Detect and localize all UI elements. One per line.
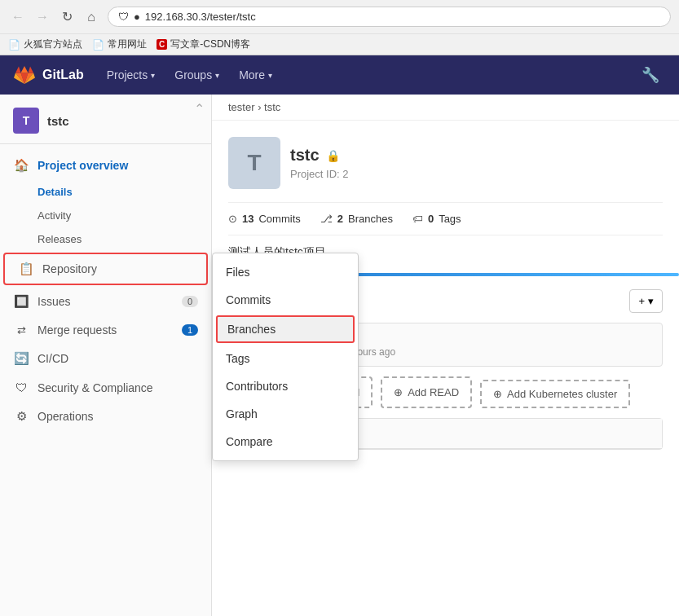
add-readme-label: Add READ <box>408 386 459 398</box>
bookmark-icon: 📄 <box>8 39 20 51</box>
project-big-avatar: T <box>228 137 280 189</box>
add-icon: + <box>638 295 645 307</box>
nav-projects-label: Projects <box>107 68 148 81</box>
breadcrumb-part1: tester <box>228 101 255 113</box>
gitlab-logo[interactable]: GitLab <box>13 64 84 86</box>
tags-label: Tags <box>439 213 461 225</box>
back-button[interactable]: ← <box>8 7 28 27</box>
branches-stat: ⎇ 2 Branches <box>320 213 393 225</box>
browser-chrome: ← → ↻ ⌂ 🛡 ● 192.168.30.3/tester/tstc 📄 火… <box>0 0 679 55</box>
sidebar-item-merge-requests[interactable]: ⇄ Merge requests 1 <box>0 316 211 344</box>
plus-icon: ⊕ <box>394 386 403 398</box>
lock-icon: ● <box>134 11 140 23</box>
dropdown-contributors[interactable]: Contributors <box>213 372 358 400</box>
add-kubernetes-button[interactable]: ⊕ Add Kubernetes cluster <box>480 380 630 408</box>
sidebar-item-label: Repository <box>42 262 97 275</box>
sidebar-item-label: Operations <box>37 410 93 423</box>
sidebar: ⌃ T tstc 🏠 Project overview Details Acti… <box>0 95 212 616</box>
gitlab-header: GitLab Projects ▾ Groups ▾ More ▾ 🔧 <box>0 55 679 95</box>
forward-button[interactable]: → <box>33 7 52 27</box>
sidebar-item-project-overview[interactable]: 🏠 Project overview <box>0 151 211 180</box>
breadcrumb-part2: tstc <box>264 101 280 113</box>
sidebar-item-label: Merge requests <box>37 323 117 337</box>
nav-projects[interactable]: Projects ▾ <box>97 55 165 95</box>
dropdown-branches[interactable]: Branches <box>216 315 355 343</box>
sidebar-subitem-releases[interactable]: Releases <box>0 227 211 251</box>
add-chevron: ▾ <box>648 295 654 307</box>
dropdown-files[interactable]: Files <box>213 258 358 286</box>
sidebar-subitem-label: Details <box>37 186 73 198</box>
sidebar-project-avatar: T <box>13 108 39 134</box>
sidebar-subitem-label: Releases <box>37 233 82 245</box>
sidebar-item-repository[interactable]: 📋 Repository <box>5 254 206 284</box>
cicd-icon: 🔄 <box>13 351 29 366</box>
shield-icon: 🛡 <box>118 11 129 23</box>
reload-button[interactable]: ↻ <box>57 7 77 27</box>
add-kubernetes-label: Add Kubernetes cluster <box>507 388 617 400</box>
project-title-row: T tstc 🔒 Project ID: 2 <box>228 137 663 189</box>
sidebar-item-label: CI/CD <box>37 352 68 365</box>
sidebar-item-label: Security & Compliance <box>37 381 153 394</box>
more-chevron: ▾ <box>268 71 272 80</box>
sidebar-item-issues[interactable]: 🔲 Issues 0 <box>0 287 211 316</box>
nav-groups-label: Groups <box>174 68 212 81</box>
home-button[interactable]: ⌂ <box>82 7 101 27</box>
bookmark-huohu[interactable]: 📄 火狐官方站点 <box>8 37 82 51</box>
dropdown-graph[interactable]: Graph <box>213 400 358 428</box>
projects-chevron: ▾ <box>151 71 155 80</box>
main-layout: ⌃ T tstc 🏠 Project overview Details Acti… <box>0 95 679 616</box>
branches-count: 2 <box>337 213 343 225</box>
csdn-icon: C <box>157 39 167 50</box>
project-id: Project ID: 2 <box>290 168 349 180</box>
sidebar-subitem-activity[interactable]: Activity <box>0 204 211 227</box>
branches-label: Branches <box>348 213 393 225</box>
wrench-icon[interactable]: 🔧 <box>635 66 666 84</box>
groups-chevron: ▾ <box>215 71 219 80</box>
bookmark-csdn[interactable]: C 写文章-CSDN博客 <box>157 37 250 51</box>
sidebar-item-label: Project overview <box>37 159 128 172</box>
sidebar-project-header: T tstc <box>0 95 211 144</box>
nav-groups[interactable]: Groups ▾ <box>165 55 229 95</box>
sidebar-subitem-details[interactable]: Details <box>0 180 211 204</box>
sidebar-item-operations[interactable]: ⚙ Operations <box>0 402 211 431</box>
sidebar-item-cicd[interactable]: 🔄 CI/CD <box>0 344 211 373</box>
commits-stat: ⊙ 13 Commits <box>228 213 301 225</box>
plus-icon: ⊕ <box>493 388 502 400</box>
merge-icon: ⇄ <box>13 324 29 337</box>
sidebar-item-label: Issues <box>37 295 70 308</box>
dropdown-tags[interactable]: Tags <box>213 345 358 372</box>
project-info: T tstc 🔒 Project ID: 2 ⊙ 13 Commits <box>212 121 679 260</box>
sidebar-collapse-icon[interactable]: ⌃ <box>194 101 205 117</box>
issues-icon: 🔲 <box>13 294 29 309</box>
address-bar[interactable]: 🛡 ● 192.168.30.3/tester/tstc <box>108 7 671 27</box>
dropdown-compare[interactable]: Compare <box>213 428 358 455</box>
project-stats: ⊙ 13 Commits ⎇ 2 Branches 🏷 0 Tags <box>228 202 663 235</box>
repository-highlight-box: 📋 Repository <box>3 253 208 285</box>
breadcrumb: tester › tstc <box>212 95 679 121</box>
bookmark-label: 写文章-CSDN博客 <box>170 37 250 51</box>
nav-more[interactable]: More ▾ <box>229 55 282 95</box>
commits-label: Commits <box>258 213 300 225</box>
bookmarks-bar: 📄 火狐官方站点 📄 常用网址 C 写文章-CSDN博客 <box>0 33 679 55</box>
browser-toolbar: ← → ↻ ⌂ 🛡 ● 192.168.30.3/tester/tstc <box>0 0 679 33</box>
gitlab-logo-text: GitLab <box>42 68 84 82</box>
operations-icon: ⚙ <box>13 409 29 424</box>
breadcrumb-sep: › <box>258 101 264 113</box>
bookmark-changyong[interactable]: 📄 常用网址 <box>92 37 147 51</box>
home-icon: 🏠 <box>13 158 29 173</box>
project-title-info: tstc 🔒 Project ID: 2 <box>290 146 349 180</box>
dropdown-menu: Files Commits Branches Tags Contributors… <box>212 253 359 461</box>
nav-buttons: ← → ↻ ⌂ <box>8 7 101 27</box>
add-button[interactable]: + ▾ <box>629 289 663 313</box>
nav-more-label: More <box>239 68 265 81</box>
tags-icon: 🏷 <box>412 213 423 225</box>
sidebar-subitem-label: Activity <box>37 209 71 222</box>
bookmark-label: 火狐官方站点 <box>24 37 82 51</box>
sidebar-item-security[interactable]: 🛡 Security & Compliance <box>0 373 211 402</box>
dropdown-commits[interactable]: Commits <box>213 286 358 314</box>
url-text: 192.168.30.3/tester/tstc <box>145 11 256 23</box>
project-title: tstc 🔒 <box>290 146 349 165</box>
bookmark-label: 常用网址 <box>108 37 147 51</box>
merge-badge: 1 <box>182 324 198 336</box>
add-readme-button[interactable]: ⊕ Add READ <box>381 376 472 408</box>
